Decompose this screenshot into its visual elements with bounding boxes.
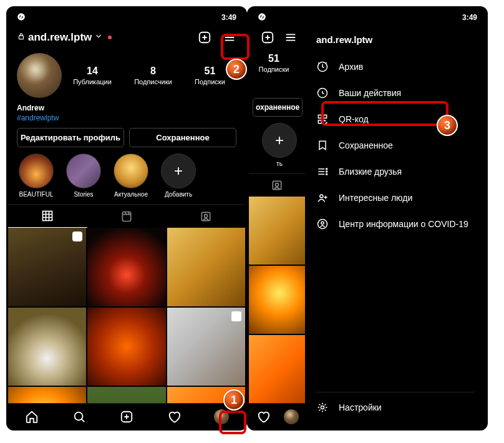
svg-point-23 bbox=[321, 221, 324, 224]
post-thumbnail[interactable] bbox=[8, 228, 86, 306]
highlight-item[interactable]: Stories bbox=[64, 153, 103, 198]
bio: Andrew #andrewlptw bbox=[8, 102, 245, 128]
menu-your-activity[interactable]: Ваши действия bbox=[315, 80, 475, 106]
svg-point-0 bbox=[17, 13, 25, 21]
svg-point-12 bbox=[276, 183, 279, 187]
underlying-profile-peek: 51Подписки охраненное +ть bbox=[249, 24, 305, 429]
edit-profile-button[interactable]: Редактировать профиль bbox=[17, 128, 124, 147]
highlight-add[interactable]: +Добавить bbox=[159, 153, 198, 198]
annotation-marker-3: 3 bbox=[437, 115, 458, 136]
svg-point-6 bbox=[204, 215, 207, 218]
hamburger-menu-button[interactable] bbox=[220, 28, 239, 47]
nav-profile[interactable] bbox=[213, 409, 230, 425]
nav-search[interactable] bbox=[71, 409, 87, 425]
status-bar: 3:49 bbox=[249, 8, 486, 24]
posts-grid bbox=[8, 228, 245, 403]
menu-settings[interactable]: Настройки bbox=[315, 392, 475, 422]
annotation-marker-2: 2 bbox=[226, 59, 247, 80]
post-thumbnail[interactable] bbox=[249, 266, 305, 334]
svg-point-18 bbox=[326, 168, 327, 170]
profile-header: and.rew.lptw bbox=[8, 24, 245, 51]
svg-rect-11 bbox=[273, 181, 281, 189]
annotation-marker-1: 1 bbox=[223, 389, 245, 411]
post-thumbnail[interactable] bbox=[8, 308, 86, 386]
tab-tagged[interactable] bbox=[166, 205, 245, 228]
menu-covid-info[interactable]: Центр информации о COVID-19 bbox=[315, 211, 475, 237]
avatar-icon bbox=[214, 409, 229, 424]
nav-home[interactable] bbox=[24, 409, 40, 425]
tab-grid[interactable] bbox=[8, 205, 87, 228]
plus-icon: + bbox=[161, 153, 196, 188]
svg-rect-15 bbox=[318, 115, 321, 118]
create-button[interactable] bbox=[195, 28, 214, 47]
plus-icon: + bbox=[262, 123, 297, 158]
svg-point-7 bbox=[75, 412, 83, 421]
chevron-down-icon bbox=[94, 31, 103, 44]
lock-icon bbox=[17, 31, 26, 44]
tab-reels[interactable] bbox=[87, 205, 167, 228]
shazam-icon bbox=[258, 12, 266, 23]
svg-rect-1 bbox=[19, 36, 24, 39]
nav-activity[interactable] bbox=[166, 409, 182, 425]
post-thumbnail[interactable] bbox=[87, 308, 165, 386]
stat-posts[interactable]: 14Публикации bbox=[73, 66, 112, 85]
post-thumbnail[interactable] bbox=[167, 228, 245, 306]
svg-point-19 bbox=[326, 171, 327, 172]
stat-followers[interactable]: 8Подписчики bbox=[134, 66, 172, 85]
post-thumbnail[interactable] bbox=[167, 308, 245, 386]
svg-rect-4 bbox=[122, 212, 130, 221]
username-switcher[interactable]: and.rew.lptw bbox=[17, 31, 189, 44]
menu-username: and.rew.lptw bbox=[315, 31, 475, 54]
svg-rect-5 bbox=[201, 212, 210, 220]
saved-button[interactable]: Сохраненное bbox=[129, 128, 236, 147]
highlight-cover bbox=[114, 153, 148, 188]
highlight-cover bbox=[19, 153, 54, 188]
profile-avatar[interactable] bbox=[17, 53, 62, 98]
status-bar: 3:49 bbox=[8, 8, 245, 24]
svg-point-24 bbox=[321, 406, 324, 409]
highlight-cover bbox=[66, 153, 101, 188]
nav-create[interactable] bbox=[119, 409, 135, 425]
post-thumbnail[interactable] bbox=[87, 387, 165, 403]
reel-badge-icon bbox=[72, 231, 82, 241]
bottom-nav bbox=[8, 403, 245, 429]
menu-close-friends[interactable]: Близкие друзья bbox=[315, 158, 475, 185]
hamburger-menu-button[interactable] bbox=[282, 28, 299, 47]
svg-point-21 bbox=[320, 195, 323, 198]
svg-point-20 bbox=[326, 173, 327, 175]
svg-point-9 bbox=[258, 13, 266, 21]
clock: 3:49 bbox=[221, 13, 236, 22]
create-button[interactable] bbox=[259, 28, 276, 47]
side-menu: and.rew.lptw Архив Ваши действия QR-код … bbox=[305, 24, 486, 429]
stat-following[interactable]: 51Подписки bbox=[195, 66, 225, 85]
svg-rect-16 bbox=[324, 115, 327, 118]
nav-activity[interactable] bbox=[255, 409, 271, 425]
menu-archive[interactable]: Архив bbox=[315, 54, 475, 80]
tab-tagged[interactable] bbox=[249, 174, 305, 197]
menu-discover-people[interactable]: Интересные люди bbox=[315, 185, 475, 211]
nav-profile[interactable] bbox=[283, 409, 299, 425]
post-thumbnail[interactable] bbox=[87, 228, 165, 306]
notification-dot bbox=[108, 36, 112, 39]
highlight-item[interactable]: Актуальное bbox=[112, 153, 150, 198]
highlight-item[interactable]: BEAUTIFUL bbox=[17, 153, 56, 198]
display-name: Andrew bbox=[17, 103, 236, 113]
post-thumbnail[interactable] bbox=[249, 197, 305, 265]
svg-rect-3 bbox=[43, 212, 52, 221]
post-thumbnail[interactable] bbox=[8, 387, 86, 403]
carousel-badge-icon bbox=[231, 311, 241, 321]
stat-following[interactable]: 51Подписки bbox=[249, 53, 299, 73]
saved-button-partial[interactable]: охраненное bbox=[253, 98, 303, 117]
menu-saved[interactable]: Сохраненное bbox=[315, 132, 475, 158]
hashtag-link[interactable]: #andrewlptw bbox=[17, 113, 236, 123]
highlight-add[interactable]: +ть bbox=[260, 123, 299, 167]
svg-rect-17 bbox=[318, 120, 321, 124]
username-text: and.rew.lptw bbox=[28, 31, 92, 44]
shazam-icon bbox=[17, 12, 26, 23]
clock: 3:49 bbox=[462, 13, 477, 22]
avatar-icon bbox=[284, 409, 299, 424]
post-thumbnail[interactable] bbox=[249, 335, 305, 403]
